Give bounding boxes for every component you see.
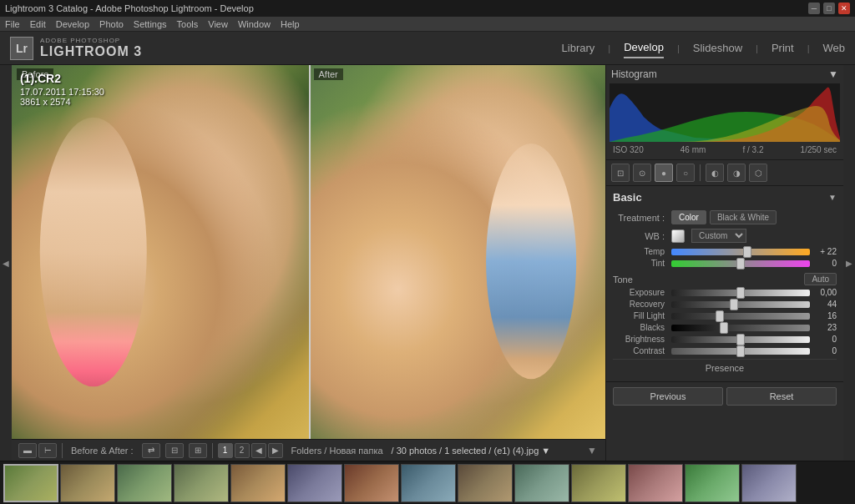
filmstrip-thumb-9[interactable] (458, 464, 513, 502)
maximize-button[interactable]: □ (823, 3, 835, 14)
right-panel-toggle[interactable]: ▶ (843, 65, 855, 461)
wb-eyedropper-icon[interactable] (671, 229, 685, 243)
nav-sep-2: | (677, 43, 680, 53)
exposure-value: 0,00 (810, 288, 837, 297)
menu-help[interactable]: Help (281, 19, 300, 29)
page-numbers: 1 2 ◀ ▶ (218, 443, 283, 458)
brightness-slider-thumb[interactable] (736, 334, 745, 345)
layout-btn[interactable]: ⊞ (189, 443, 207, 458)
wb-label: WB : (613, 231, 671, 241)
minimize-button[interactable]: ─ (808, 3, 820, 14)
previous-button[interactable]: Previous (613, 387, 723, 406)
tab-web[interactable]: Web (823, 38, 846, 58)
menu-settings[interactable]: Settings (134, 19, 167, 29)
reset-button[interactable]: Reset (726, 387, 837, 406)
title-bar: Lightroom 3 Catalog - Adobe Photoshop Li… (0, 0, 855, 17)
compare-btn[interactable]: ⊟ (165, 443, 184, 458)
filmstrip-thumb-3[interactable] (117, 464, 172, 502)
photo-container: Before After (12, 65, 605, 439)
close-button[interactable]: ✕ (838, 3, 850, 14)
temp-value: + 22 (810, 247, 837, 256)
redeye-tool[interactable]: ● (655, 164, 673, 182)
filmstrip-thumb-4[interactable] (174, 464, 229, 502)
right-panel: Histogram ▼ ISO 320 46 mm f / 3.2 (605, 65, 843, 461)
recovery-label: Recovery (613, 300, 671, 309)
after-label: After (314, 68, 343, 80)
temp-slider-thumb[interactable] (743, 246, 751, 258)
fill-label: Fill Light (613, 311, 671, 320)
tint-label: Tint (613, 259, 671, 268)
exposure-label: Exposure (613, 288, 671, 297)
single-view-btn[interactable]: ▬ (18, 443, 37, 458)
fill-slider-thumb[interactable] (716, 310, 724, 322)
blacks-slider-thumb[interactable] (720, 322, 728, 334)
filmstrip-thumb-10[interactable] (514, 464, 569, 502)
tab-slideshow[interactable]: Slideshow (693, 38, 742, 58)
treatment-label: Treatment : (613, 213, 671, 223)
filter2-tool[interactable]: ◑ (727, 164, 746, 182)
page-2[interactable]: 2 (235, 443, 250, 458)
menu-view[interactable]: View (208, 19, 228, 29)
tone-label: Tone (613, 275, 633, 285)
filter3-tool[interactable]: ⬡ (749, 164, 767, 182)
recovery-slider-thumb[interactable] (730, 299, 738, 310)
basic-title: Basic (613, 191, 642, 204)
histogram-header: Histogram ▼ (610, 68, 840, 80)
photo-after: After (309, 65, 606, 439)
filmstrip-thumb-12[interactable] (628, 464, 683, 502)
filmstrip-thumb-14[interactable] (741, 464, 797, 502)
exposure-slider-thumb[interactable] (736, 287, 745, 299)
color-button[interactable]: Color (671, 210, 706, 224)
filmstrip-thumb-11[interactable] (571, 464, 626, 502)
auto-button[interactable]: Auto (804, 273, 837, 285)
tab-develop[interactable]: Develop (624, 38, 664, 58)
tint-slider-track[interactable] (671, 260, 810, 267)
brightness-slider-track[interactable] (671, 336, 810, 343)
page-1[interactable]: 1 (218, 443, 233, 458)
blacks-slider-track[interactable] (671, 325, 810, 331)
filmstrip-thumb-1[interactable] (3, 464, 58, 502)
contrast-slider-thumb[interactable] (736, 345, 745, 357)
tint-value: 0 (810, 259, 837, 268)
filmstrip-thumb-7[interactable] (344, 464, 399, 502)
image-datetime: 17.07.2011 17:15:30 (20, 87, 104, 97)
menu-edit[interactable]: Edit (30, 19, 46, 29)
menu-tools[interactable]: Tools (177, 19, 199, 29)
filmstrip-thumb-5[interactable] (230, 464, 286, 502)
bw-button[interactable]: Black & White (710, 210, 777, 224)
tint-slider-thumb[interactable] (736, 258, 745, 270)
crop-tool[interactable]: ⊡ (611, 164, 630, 182)
filmstrip-thumb-8[interactable] (401, 464, 456, 502)
temp-slider-row: Temp + 22 (613, 247, 837, 256)
tab-print[interactable]: Print (772, 38, 794, 58)
spot-tool[interactable]: ⊙ (633, 164, 651, 182)
filmstrip-thumb-2[interactable] (60, 464, 115, 502)
split-view-btn[interactable]: ⊢ (38, 443, 57, 458)
filter1-tool[interactable]: ◐ (706, 164, 724, 182)
prev-arrow[interactable]: ◀ (251, 443, 266, 458)
recovery-slider-track[interactable] (671, 301, 810, 308)
scroll-right-icon[interactable]: ▼ (585, 443, 599, 458)
menu-window[interactable]: Window (238, 19, 271, 29)
tab-library[interactable]: Library (562, 38, 595, 58)
next-arrow[interactable]: ▶ (268, 443, 283, 458)
basic-arrow-icon[interactable]: ▼ (828, 193, 837, 202)
menu-photo[interactable]: Photo (99, 19, 124, 29)
histogram-stats: ISO 320 46 mm f / 3.2 1/250 sec (610, 144, 840, 156)
filmstrip-thumb-6[interactable] (287, 464, 342, 502)
exposure-slider-track[interactable] (671, 290, 810, 296)
temp-slider-track[interactable] (671, 249, 810, 255)
brush-tool[interactable]: ○ (676, 164, 695, 182)
fill-value: 16 (810, 311, 837, 320)
wb-select[interactable]: Custom As Shot Auto (691, 229, 746, 243)
filmstrip-thumb-13[interactable] (685, 464, 740, 502)
menu-develop[interactable]: Develop (56, 19, 89, 29)
swap-btn[interactable]: ⇄ (142, 443, 160, 458)
before-after-divider[interactable] (309, 65, 311, 439)
presence-row: Presence (613, 359, 837, 376)
contrast-slider-track[interactable] (671, 348, 810, 355)
left-panel-toggle[interactable]: ◀ (0, 65, 12, 461)
fill-slider-track[interactable] (671, 313, 810, 320)
menu-file[interactable]: File (5, 19, 20, 29)
basic-section: Basic ▼ Treatment : Color Black & White … (606, 186, 843, 381)
